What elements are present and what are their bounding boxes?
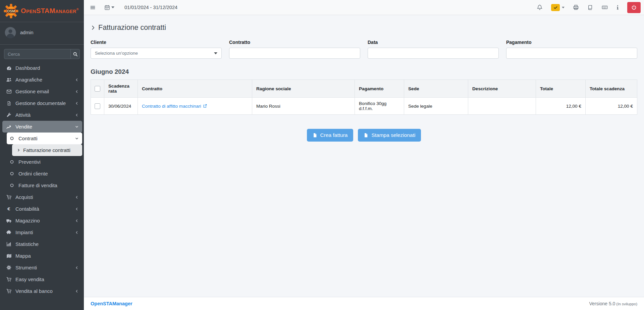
cart-icon: [5, 277, 13, 282]
action-buttons: Crea fattura Stampa selezionati: [91, 129, 637, 142]
table-row: 30/06/2024 Contratto di affitto macchina…: [91, 98, 637, 115]
chevron-left-icon: [75, 78, 79, 82]
sidebar-item-label: Impianti: [15, 229, 33, 235]
cliente-select[interactable]: Seleziona un'opzione: [91, 48, 222, 59]
caret-down-icon: [214, 52, 217, 54]
stampa-selezionati-button[interactable]: Stampa selezionati: [358, 129, 421, 142]
row-checkbox[interactable]: [95, 103, 100, 109]
select-all-checkbox[interactable]: [95, 86, 100, 92]
content: Fatturazione contratti Cliente Seleziona…: [84, 15, 644, 297]
sidebar-item-strumenti[interactable]: Strumenti: [2, 262, 82, 273]
svg-text:€: €: [7, 206, 10, 211]
calendar-dropdown[interactable]: [104, 5, 114, 10]
bell-icon[interactable]: [537, 4, 543, 10]
sidebar-item-vendite[interactable]: Vendite: [2, 121, 82, 133]
sidebar-item-contratti[interactable]: Contratti: [7, 133, 82, 144]
chevron-right-icon: [91, 25, 96, 30]
main-area: 01/01/2024 - 31/12/2024: [84, 0, 644, 310]
gear-icon: [5, 265, 13, 270]
col-descrizione: Descrizione: [468, 80, 536, 98]
col-totale-scadenza: Totale scadenza: [586, 80, 637, 98]
chevron-left-icon: [75, 113, 79, 117]
circle-icon: [8, 171, 16, 176]
stampa-selezionati-label: Stampa selezionati: [371, 132, 415, 138]
chart-line-icon: [5, 124, 13, 130]
app-window: OSM OpenSTAManager® admin: [0, 0, 644, 310]
sidebar-item-label: Strumenti: [15, 265, 37, 270]
contracts-table: Scadenza rata Contratto Ragione sociale …: [91, 80, 637, 115]
filter-cliente: Cliente Seleziona un'opzione: [91, 40, 222, 59]
data-input[interactable]: [368, 48, 499, 59]
cell-totale: 12,00 €: [536, 98, 586, 115]
sidebar-item-dashboard[interactable]: Dashboard: [2, 62, 82, 74]
sidebar-item-anagrafiche[interactable]: Anagrafiche: [2, 74, 82, 86]
chevron-left-icon: [75, 101, 79, 105]
sidebar-item-statistiche[interactable]: Statistiche: [2, 238, 82, 250]
sidebar-item-fatture-di-vendita[interactable]: Fatture di vendita: [7, 179, 82, 191]
col-contratto: Contratto: [138, 80, 252, 98]
pagamento-input[interactable]: [506, 48, 637, 59]
sidebar-item-vendita-al-banco[interactable]: Vendita al banco: [2, 285, 82, 297]
sidebar-item-easy-vendita[interactable]: Easy vendita: [2, 273, 82, 285]
map-icon: [5, 253, 13, 259]
osm-gear-logo-icon: OSM: [3, 3, 19, 19]
sidebar-item-label: Mappa: [15, 253, 31, 259]
sidebar-item-attivita[interactable]: Attività: [2, 109, 82, 121]
sidebar-item-ordini-cliente[interactable]: Ordini cliente: [7, 168, 82, 179]
sidebar-item-preventivi[interactable]: Preventivi: [7, 156, 82, 168]
sidebar-item-gestione-documentale[interactable]: Gestione documentale: [2, 97, 82, 109]
envelope-icon: [5, 89, 13, 94]
chevron-left-icon: [75, 207, 79, 211]
user-name: admin: [20, 30, 34, 35]
search-input[interactable]: [4, 49, 70, 59]
sidebar-item-mappa[interactable]: Mappa: [2, 250, 82, 262]
euro-icon: €: [5, 206, 13, 211]
sidebar-item-label: Dashboard: [15, 65, 40, 71]
date-range[interactable]: 01/01/2024 - 31/12/2024: [124, 5, 177, 10]
book-icon[interactable]: [587, 5, 593, 10]
cell-pagamento: Bonifico 30gg d.f.f.m.: [355, 98, 404, 115]
crea-fattura-label: Crea fattura: [320, 132, 348, 138]
status-check-dropdown[interactable]: [551, 4, 565, 11]
sidebar-item-gestione-email[interactable]: Gestione email: [2, 86, 82, 97]
cell-contratto: Contratto di affitto macchinari: [138, 98, 252, 115]
filter-label: Contratto: [229, 40, 360, 45]
search-button[interactable]: [70, 49, 79, 59]
sidebar-item-magazzino[interactable]: Magazzino: [2, 215, 82, 226]
col-sede: Sede: [404, 80, 468, 98]
hamburger-menu-icon[interactable]: [90, 5, 96, 10]
truck-icon: [5, 218, 13, 223]
cart-icon: [5, 289, 13, 294]
crea-fattura-button[interactable]: Crea fattura: [307, 129, 354, 142]
contract-link-text: Contratto di affitto macchinari: [142, 104, 201, 109]
sidebar-item-acquisti[interactable]: Acquisti: [2, 191, 82, 203]
puzzle-piece-icon: [5, 230, 13, 235]
sidebar-search: [4, 49, 80, 59]
check-badge: [551, 4, 560, 11]
cart-icon: [5, 195, 13, 200]
bar-chart-icon: [5, 242, 13, 247]
logout-power-button[interactable]: [627, 2, 641, 13]
chevron-down-icon: [75, 137, 79, 141]
keyboard-icon[interactable]: [601, 4, 608, 10]
contratto-input[interactable]: [229, 48, 360, 59]
info-icon[interactable]: [616, 5, 619, 10]
printer-icon[interactable]: [573, 4, 579, 10]
cell-descrizione: [468, 98, 536, 115]
cliente-select-value: Seleziona un'opzione: [95, 51, 214, 56]
sidebar-item-contabilita[interactable]: € Contabilità: [2, 203, 82, 215]
sidebar-item-impianti[interactable]: Impianti: [2, 226, 82, 238]
circle-icon: [8, 183, 16, 188]
col-ragione-sociale: Ragione sociale: [252, 80, 355, 98]
version-note: (In sviluppo): [616, 302, 637, 306]
footer-brand-link[interactable]: OpenSTAManager: [91, 301, 132, 306]
brand-header[interactable]: OSM OpenSTAManager®: [0, 0, 84, 22]
filter-contratto: Contratto: [229, 40, 360, 59]
filters-row: Cliente Seleziona un'opzione Contratto D…: [91, 40, 637, 59]
sidebar-item-fatturazione-contratti[interactable]: Fatturazione contratti: [12, 144, 82, 156]
footer: OpenSTAManager Versione 5.0(In sviluppo): [84, 297, 644, 310]
filter-label: Cliente: [91, 40, 222, 45]
contract-link[interactable]: Contratto di affitto macchinari: [142, 104, 207, 109]
topbar: 01/01/2024 - 31/12/2024: [84, 0, 644, 15]
user-panel[interactable]: admin: [0, 22, 84, 45]
